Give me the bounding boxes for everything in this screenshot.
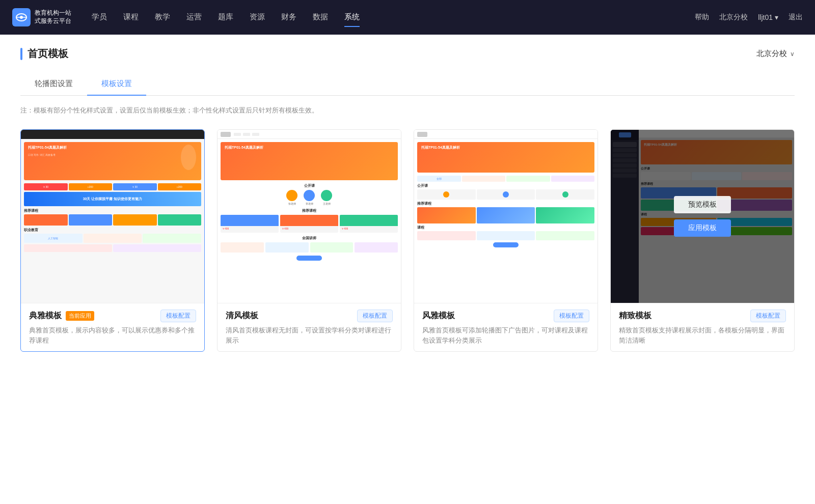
branch-selector[interactable]: 北京分校 ∨ bbox=[756, 49, 795, 59]
apply-button-jingzhi[interactable]: 应用模板 bbox=[674, 219, 731, 237]
template-name-jingzhi: 精致模板 bbox=[619, 311, 651, 321]
templates-grid: 托福TP01-54真题及解析 口语 写作 词汇 高效备考 ￥30 +200 ￥3… bbox=[20, 129, 795, 352]
nav-item-operation[interactable]: 运营 bbox=[186, 8, 202, 27]
template-desc-dianaya: 典雅首页模板，展示内容较多，可以展示优惠券和多个推荐课程 bbox=[29, 325, 196, 345]
config-button-dianaya[interactable]: 模板配置 bbox=[160, 310, 196, 322]
config-button-qingfeng[interactable]: 模板配置 bbox=[357, 310, 393, 322]
help-link[interactable]: 帮助 bbox=[695, 13, 709, 22]
template-card-jingzhi: 托福TP01-54真题及解析 公开课 推荐课程 bbox=[610, 129, 795, 352]
template-preview-jingzhi[interactable]: 托福TP01-54真题及解析 公开课 推荐课程 bbox=[611, 130, 794, 303]
template-card-qingfeng: 托福TP01-54真题及解析 公开课 张老师 李老师 bbox=[217, 129, 401, 352]
page-header: 首页模板 北京分校 ∨ bbox=[20, 47, 795, 61]
preview-button-qingfeng[interactable]: 预览模板 bbox=[281, 196, 338, 213]
nav-item-question[interactable]: 题库 bbox=[218, 8, 233, 27]
template-name-dianaya: 典雅模板 bbox=[29, 311, 62, 321]
page-title-bar bbox=[20, 48, 22, 60]
template-name-fengya: 风雅模板 bbox=[422, 311, 455, 321]
logo-icon bbox=[12, 8, 31, 26]
apply-button-fengya[interactable]: 应用模板 bbox=[477, 219, 534, 237]
apply-button-qingfeng[interactable]: 应用模板 bbox=[281, 219, 338, 237]
nav-item-system[interactable]: 系统 bbox=[344, 8, 360, 27]
note-text: 注：模板有部分个性化样式设置，设置后仅当前模板生效；非个性化样式设置后只针对所有… bbox=[20, 106, 795, 115]
hover-overlay-jingzhi: 预览模板 应用模板 bbox=[611, 130, 794, 303]
template-card-fengya: 托福TP01-54真题及解析 全部 公开课 推荐课程 bbox=[414, 129, 598, 352]
nav-right: 帮助 北京分校 lljt01 ▾ 退出 bbox=[695, 13, 803, 22]
branch-label[interactable]: 北京分校 bbox=[719, 13, 748, 22]
chevron-down-icon: ∨ bbox=[790, 50, 795, 58]
page-title-wrapper: 首页模板 bbox=[20, 47, 68, 61]
config-button-fengya[interactable]: 模板配置 bbox=[554, 310, 589, 322]
tab-carousel[interactable]: 轮播图设置 bbox=[20, 73, 87, 96]
template-footer-dianaya: 典雅模板 当前应用 模板配置 典雅首页模板，展示内容较多，可以展示优惠券和多个推… bbox=[21, 303, 204, 351]
template-preview-qingfeng[interactable]: 托福TP01-54真题及解析 公开课 张老师 李老师 bbox=[218, 130, 401, 303]
nav-item-resource[interactable]: 资源 bbox=[250, 8, 265, 27]
config-button-jingzhi[interactable]: 模板配置 bbox=[750, 310, 786, 322]
tab-template[interactable]: 模板设置 bbox=[87, 73, 146, 96]
logout-button[interactable]: 退出 bbox=[789, 13, 803, 22]
nav-item-teaching[interactable]: 教学 bbox=[155, 8, 170, 27]
template-footer-fengya: 风雅模板 模板配置 风雅首页模板可添加轮播图下广告图片，可对课程及课程包设置学科… bbox=[414, 303, 597, 351]
nav-menu: 学员 课程 教学 运营 题库 资源 财务 数据 系统 bbox=[92, 8, 695, 27]
page-title: 首页模板 bbox=[28, 47, 68, 61]
preview-button-dianaya[interactable]: 预览模板 bbox=[84, 196, 141, 213]
template-desc-jingzhi: 精致首页模板支持课程展示封面，各模板分隔明显，界面简洁清晰 bbox=[619, 325, 786, 345]
nav-item-finance[interactable]: 财务 bbox=[281, 8, 296, 27]
logo: 教育机构一站 式服务云平台 bbox=[12, 8, 71, 26]
current-badge-dianaya: 当前应用 bbox=[66, 311, 94, 321]
template-name-qingfeng: 清风模板 bbox=[226, 311, 258, 321]
nav-item-data[interactable]: 数据 bbox=[313, 8, 328, 27]
template-desc-fengya: 风雅首页模板可添加轮播图下广告图片，可对课程及课程包设置学科分类展示 bbox=[422, 325, 589, 345]
user-menu[interactable]: lljt01 ▾ bbox=[758, 13, 778, 21]
navbar: 教育机构一站 式服务云平台 学员 课程 教学 运营 题库 资源 财务 数据 系统… bbox=[0, 0, 815, 35]
template-footer-jingzhi: 精致模板 模板配置 精致首页模板支持课程展示封面，各模板分隔明显，界面简洁清晰 bbox=[611, 303, 794, 351]
template-desc-qingfeng: 清风首页模板课程无封面，可设置按学科分类对课程进行展示 bbox=[226, 325, 393, 345]
nav-item-student[interactable]: 学员 bbox=[92, 8, 107, 27]
nav-item-course[interactable]: 课程 bbox=[123, 8, 139, 27]
template-preview-fengya[interactable]: 托福TP01-54真题及解析 全部 公开课 推荐课程 bbox=[414, 130, 597, 303]
logo-text: 教育机构一站 式服务云平台 bbox=[35, 9, 71, 25]
preview-button-jingzhi[interactable]: 预览模板 bbox=[674, 196, 731, 213]
template-footer-qingfeng: 清风模板 模板配置 清风首页模板课程无封面，可设置按学科分类对课程进行展示 bbox=[218, 303, 401, 351]
template-card-dianaya: 托福TP01-54真题及解析 口语 写作 词汇 高效备考 ￥30 +200 ￥3… bbox=[20, 129, 205, 352]
preview-button-fengya[interactable]: 预览模板 bbox=[477, 196, 534, 213]
template-preview-dianaya[interactable]: 托福TP01-54真题及解析 口语 写作 词汇 高效备考 ￥30 +200 ￥3… bbox=[21, 130, 204, 303]
apply-button-dianaya[interactable]: 应用模板 bbox=[84, 219, 141, 237]
page-container: 首页模板 北京分校 ∨ 轮播图设置 模板设置 注：模板有部分个性化样式设置，设置… bbox=[0, 35, 815, 504]
tabs-wrapper: 轮播图设置 模板设置 bbox=[20, 73, 795, 96]
